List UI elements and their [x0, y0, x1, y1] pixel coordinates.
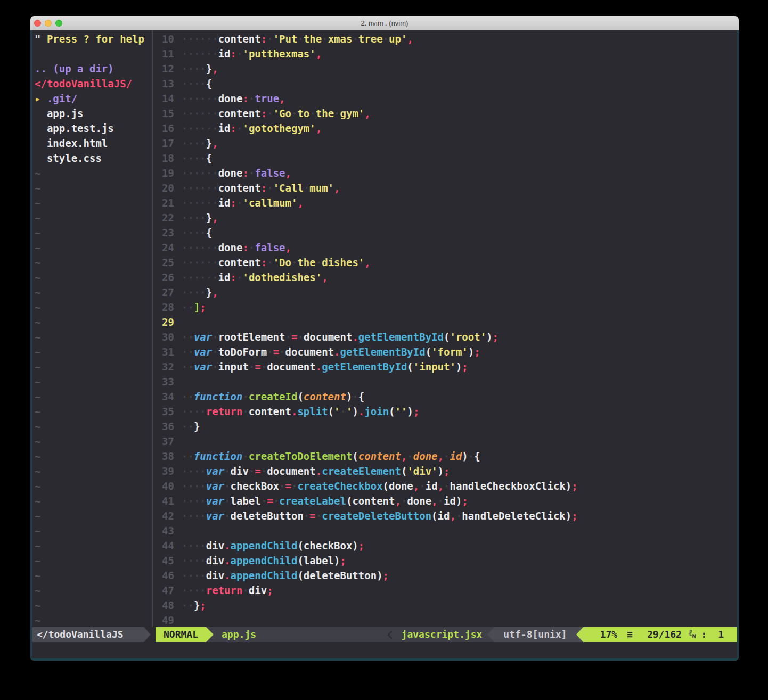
whitespace-dots: · [212, 361, 218, 373]
code-line[interactable]: 13····{ [153, 76, 737, 91]
code-line[interactable]: 49 [153, 613, 737, 627]
empty-buffer-tilde: ~ [32, 330, 152, 344]
nerdtree-item-git[interactable]: ▸ .git/ [32, 91, 152, 106]
code-token: ) [456, 361, 462, 373]
code-line[interactable]: 23····{ [153, 225, 737, 240]
whitespace-dots: · [224, 465, 230, 477]
nerdtree-item-stylecss[interactable]: style.css [32, 151, 152, 166]
expand-arrow-icon: ▸ [35, 93, 47, 104]
code-line[interactable]: 36··} [153, 419, 737, 434]
statusline-filetype: javascript.jsx [402, 627, 488, 642]
code-token: ' [346, 406, 352, 417]
titlebar[interactable]: 2. nvim . (nvim) [30, 16, 739, 30]
file-label: style.css [35, 152, 102, 164]
buffer-lines-icon: ≡ [627, 627, 633, 642]
whitespace-dots: · [279, 480, 285, 492]
code-token: content [218, 257, 261, 268]
code-line[interactable]: 21······id:·'callmum', [153, 195, 737, 210]
code-line[interactable]: 18····{ [153, 151, 737, 166]
nerdtree-sidebar[interactable]: " Press ? for help.. (up a dir)</todoVan… [32, 30, 152, 627]
code-token: content [304, 391, 346, 402]
line-number: 26 [153, 270, 174, 285]
code-line[interactable]: 47····return·div; [153, 583, 737, 598]
code-line[interactable]: 45····div.appendChild(label); [153, 553, 737, 568]
code-token: div [231, 465, 249, 477]
code-line[interactable]: 32··var·input·=·document.getElementById(… [153, 359, 737, 374]
tilde-glyph: ~ [35, 391, 40, 402]
code-line[interactable]: 24······done:·false, [153, 240, 737, 255]
code-token: , [212, 63, 218, 75]
code-token: ] [194, 301, 200, 313]
whitespace-dots: ······ [182, 108, 218, 119]
code-line[interactable]: 48··}; [153, 598, 737, 613]
line-number: 21 [153, 195, 174, 210]
code-text: ····var·label·=·createLabel(content,·don… [182, 493, 468, 508]
command-line[interactable] [32, 642, 737, 658]
nerdtree-item-appjs[interactable]: app.js [32, 106, 152, 121]
code-line[interactable]: 27····}, [153, 285, 737, 300]
tilde-glyph: ~ [35, 525, 40, 537]
nerdtree-up-dir[interactable]: .. (up a dir) [32, 61, 152, 76]
code-line[interactable]: 16······id:·'gotothegym', [153, 121, 737, 136]
code-text: ······id:·'gotothegym', [182, 121, 322, 136]
code-buffer[interactable]: 10······content:·'Put·the·xmas·tree·up',… [153, 30, 737, 627]
empty-buffer-tilde: ~ [32, 613, 152, 627]
code-token: : [261, 33, 267, 45]
code-line[interactable]: 30··var·rootElement·=·document.getElemen… [153, 330, 737, 344]
code-token: var [206, 510, 224, 522]
statusline-tree-path: </todoVanillaJS [32, 627, 144, 642]
code-line[interactable]: 14······done:·true, [153, 91, 737, 106]
empty-buffer-tilde: ~ [32, 404, 152, 419]
code-line[interactable]: 17····}, [153, 136, 737, 151]
code-line[interactable]: 34··function·createId(content)·{ [153, 389, 737, 404]
code-token: appendChild [231, 555, 298, 566]
line-number: 43 [153, 523, 174, 538]
code-token: div [206, 555, 224, 566]
code-line[interactable]: 12····}, [153, 61, 737, 76]
code-token: deleteButton [304, 570, 377, 581]
code-line[interactable]: 41····var·label·=·createLabel(content,·d… [153, 493, 737, 508]
nerdtree-item-apptestjs[interactable]: app.test.js [32, 121, 152, 136]
tilde-glyph: ~ [35, 450, 40, 462]
code-line[interactable]: 22····}, [153, 210, 737, 225]
code-line[interactable]: 15······content:·'Go·to·the·gym', [153, 106, 737, 121]
code-token: document [267, 465, 316, 477]
code-line[interactable]: 20······content:·'Call·mum', [153, 180, 737, 195]
code-text: ······done:·false, [182, 240, 291, 255]
code-line[interactable]: 43 [153, 523, 737, 538]
code-token: , [334, 182, 340, 194]
code-line[interactable]: 44····div.appendChild(checkBox); [153, 538, 737, 553]
nerdtree-item-indexhtml[interactable]: index.html [32, 136, 152, 151]
code-line[interactable]: 35····return·content.split('·').join('')… [153, 404, 737, 419]
code-text: ··]; [182, 300, 206, 315]
code-line[interactable]: 40····var·checkBox·=·createCheckbox(done… [153, 479, 737, 493]
code-token: ) [566, 480, 571, 492]
whitespace-dots: · [267, 257, 273, 268]
code-token: ( [297, 555, 303, 566]
code-line[interactable]: 31··var·toDoForm·=·document.getElementBy… [153, 344, 737, 359]
code-text: ····var·deleteButton·=·createDeleteButto… [182, 508, 578, 523]
code-token: ; [444, 465, 450, 477]
code-token: content [218, 33, 261, 45]
code-line[interactable]: 39····var·div·=·document.createElement('… [153, 464, 737, 479]
code-line[interactable]: 28··]; [153, 300, 737, 315]
code-line[interactable]: 37 [153, 434, 737, 449]
whitespace-dots: ·· [182, 450, 194, 462]
code-line[interactable]: 10······content:·'Put·the·xmas·tree·up', [153, 31, 737, 46]
code-line[interactable]: 42····var·deleteButton·=·createDeleteBut… [153, 508, 737, 523]
code-token: 'root' [450, 331, 486, 343]
file-label: app.test.js [35, 122, 114, 134]
code-line[interactable]: 46····div.appendChild(deleteButton); [153, 568, 737, 583]
empty-buffer-tilde: ~ [32, 583, 152, 598]
code-line[interactable]: 25······content:·'Do·the·dishes', [153, 255, 737, 270]
code-line[interactable]: 11······id:·'putthexmas', [153, 46, 737, 61]
code-line[interactable]: 29 [153, 315, 737, 330]
nerdtree-root[interactable]: </todoVanillaJS/ [32, 76, 152, 91]
code-token: document [285, 346, 334, 358]
code-token: ; [474, 346, 480, 358]
code-line[interactable]: 19······done:·false, [153, 166, 737, 180]
code-line[interactable]: 33 [153, 374, 737, 389]
line-number: 42 [153, 508, 174, 523]
code-line[interactable]: 38··function·createToDoElement(content,·… [153, 449, 737, 464]
code-line[interactable]: 26······id:·'dothedishes', [153, 270, 737, 285]
